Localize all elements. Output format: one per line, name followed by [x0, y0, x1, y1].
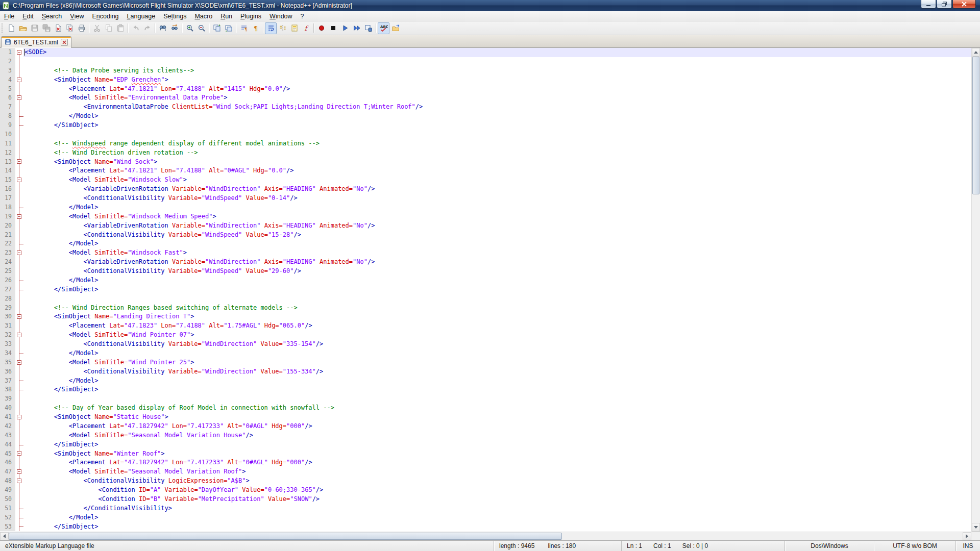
- fold-marker[interactable]: [15, 477, 23, 486]
- tab-close-icon[interactable]: [61, 39, 68, 46]
- code-line[interactable]: 37 </Model>: [0, 377, 971, 386]
- redo-button[interactable]: [141, 22, 153, 34]
- scroll-left-arrow[interactable]: [0, 532, 9, 540]
- code-line[interactable]: 5 <Placement Lat="47.1821" Lon="7.4188" …: [0, 85, 971, 94]
- code-line[interactable]: 31 <Placement Lat="47.1823" Lon="7.4188"…: [0, 321, 971, 331]
- code-line[interactable]: 6 <Model SimTitle="Environmental Data Pr…: [0, 93, 971, 103]
- macro-record-button[interactable]: [315, 22, 327, 34]
- scroll-right-arrow[interactable]: [963, 532, 971, 540]
- menu-item-file[interactable]: File: [0, 11, 18, 21]
- horizontal-scroll-thumb[interactable]: [9, 533, 562, 540]
- code-line[interactable]: 19 <Model SimTitle="Windsock Medium Spee…: [0, 212, 971, 221]
- code-line[interactable]: 27 </SimObject>: [0, 285, 971, 294]
- status-eol-format[interactable]: Dos\Windows: [785, 541, 874, 551]
- code-line[interactable]: 46 <Placement Lat="47.1827942" Lon="7.41…: [0, 458, 971, 467]
- fold-marker[interactable]: [15, 176, 23, 185]
- close-button[interactable]: [952, 0, 976, 9]
- code-line[interactable]: 15 <Model SimTitle="Windsock Slow">: [0, 176, 971, 185]
- toolbar-grip[interactable]: [2, 23, 3, 33]
- fold-marker[interactable]: [15, 76, 23, 85]
- doc-map-button[interactable]: [288, 22, 300, 34]
- menu-item-view[interactable]: View: [66, 11, 88, 21]
- sync-horizontal-scroll-button[interactable]: [223, 22, 234, 34]
- menu-item-search[interactable]: Search: [38, 11, 66, 21]
- fold-marker[interactable]: [15, 413, 23, 422]
- paste-button[interactable]: [114, 22, 126, 34]
- print-button[interactable]: [76, 22, 87, 34]
- code-line[interactable]: 22 </Model>: [0, 239, 971, 248]
- spell-check-button[interactable]: ABC: [378, 22, 389, 34]
- code-line[interactable]: 43 <Model SimTitle="Seasonal Model Varia…: [0, 431, 971, 440]
- code-line[interactable]: 39: [0, 394, 971, 404]
- code-line[interactable]: 41 <SimObject Name="Static House">: [0, 413, 971, 422]
- fold-marker[interactable]: [15, 312, 23, 321]
- save-button[interactable]: [29, 22, 40, 34]
- new-file-button[interactable]: [5, 22, 17, 34]
- vertical-scroll-thumb[interactable]: [972, 57, 979, 194]
- horizontal-scroll-track[interactable]: [9, 532, 963, 540]
- menu-item-settings[interactable]: Settings: [159, 11, 190, 21]
- show-indent-guide-button[interactable]: [277, 22, 288, 34]
- code-line[interactable]: 12 <!-- Wind Direction driven rotation -…: [0, 148, 971, 158]
- macro-run-multiple-button[interactable]: [351, 22, 362, 34]
- code-line[interactable]: 26 </Model>: [0, 276, 971, 285]
- tab-6te6-test-xml[interactable]: 6TE6_TEST.xml: [1, 36, 71, 48]
- minimize-button[interactable]: [921, 0, 936, 9]
- find-button[interactable]: [157, 22, 168, 34]
- code-line[interactable]: 3 <!-- Data Probe serving its clients-->: [0, 66, 971, 76]
- code-line[interactable]: 2: [0, 57, 971, 66]
- code-line[interactable]: 42 <Placement Lat="47.1827942" Lon="7.41…: [0, 422, 971, 431]
- code-line[interactable]: 52 </Model>: [0, 513, 971, 522]
- code-line[interactable]: 34 </Model>: [0, 349, 971, 358]
- code-line[interactable]: 16 <VariableDrivenRotation Variable="Win…: [0, 185, 971, 194]
- code-line[interactable]: 38 </SimObject>: [0, 385, 971, 394]
- code-line[interactable]: 23 <Model SimTitle="Windsock Fast">: [0, 248, 971, 258]
- menu-item-encoding[interactable]: Encoding: [88, 11, 122, 21]
- macro-play-button[interactable]: [339, 22, 351, 34]
- code-line[interactable]: 36 <ConditionalVisibility Variable="Wind…: [0, 367, 971, 377]
- menu-item-language[interactable]: Language: [123, 11, 160, 21]
- code-line[interactable]: 44 </SimObject>: [0, 440, 971, 449]
- code-line[interactable]: 18 </Model>: [0, 203, 971, 212]
- menu-item-plugins[interactable]: Plugins: [236, 11, 265, 21]
- menu-item-[interactable]: ?: [297, 11, 308, 21]
- zoom-in-button[interactable]: [184, 22, 195, 34]
- code-line[interactable]: 40 <!-- Day of Year based display of Roo…: [0, 404, 971, 413]
- menu-item-macro[interactable]: Macro: [190, 11, 216, 21]
- show-paragraph-marks-button[interactable]: ¶: [250, 22, 261, 34]
- code-line[interactable]: 14 <Placement Lat="47.1821" Lon="7.4188"…: [0, 166, 971, 176]
- open-folder-button[interactable]: [17, 22, 29, 34]
- sync-vertical-scroll-button[interactable]: [211, 22, 223, 34]
- code-line[interactable]: 47 <Model SimTitle="Seasonal Model Varia…: [0, 467, 971, 477]
- doc-switcher-button[interactable]: [389, 22, 401, 34]
- macro-save-button[interactable]: [362, 22, 374, 34]
- title-bar[interactable]: C:\Program Files (x86)\Microsoft Games\M…: [0, 0, 980, 11]
- code-line[interactable]: 9 </SimObject>: [0, 121, 971, 130]
- code-line[interactable]: 53 </SimObject>: [0, 522, 971, 532]
- vertical-scroll-track[interactable]: [972, 57, 980, 523]
- horizontal-scrollbar[interactable]: [0, 532, 971, 540]
- code-line[interactable]: 7 <EnvironmentalDataProbe ClientList="Wi…: [0, 103, 971, 112]
- fold-marker[interactable]: [15, 358, 23, 367]
- code-editor[interactable]: 1<SODE>23 <!-- Data Probe serving its cl…: [0, 48, 971, 532]
- code-line[interactable]: 25 <ConditionalVisibility Variable="Wind…: [0, 267, 971, 276]
- code-line[interactable]: 50 <Condition ID="B" Variable="MetPrecip…: [0, 495, 971, 504]
- scroll-up-arrow[interactable]: [972, 48, 980, 57]
- fold-marker[interactable]: [15, 48, 23, 57]
- code-line[interactable]: 51 </ConditionalVisibility>: [0, 504, 971, 513]
- code-line[interactable]: 10: [0, 130, 971, 139]
- scroll-down-arrow[interactable]: [972, 523, 980, 532]
- restore-button[interactable]: [937, 0, 952, 9]
- code-line[interactable]: 21 <ConditionalVisibility Variable="Wind…: [0, 231, 971, 240]
- fold-marker[interactable]: [15, 248, 23, 258]
- code-line[interactable]: 13 <SimObject Name="Wind Sock">: [0, 158, 971, 167]
- menu-item-edit[interactable]: Edit: [18, 11, 38, 21]
- fold-marker[interactable]: [15, 467, 23, 477]
- code-line[interactable]: 35 <Model SimTitle="Wind Pointer 25">: [0, 358, 971, 367]
- replace-button[interactable]: [168, 22, 180, 34]
- code-line[interactable]: 8 </Model>: [0, 112, 971, 121]
- save-all-button[interactable]: [40, 22, 52, 34]
- code-line[interactable]: 17 <ConditionalVisibility Variable="Wind…: [0, 194, 971, 203]
- code-line[interactable]: 32 <Model SimTitle="Wind Pointer 07">: [0, 331, 971, 340]
- code-line[interactable]: 1<SODE>: [0, 48, 971, 57]
